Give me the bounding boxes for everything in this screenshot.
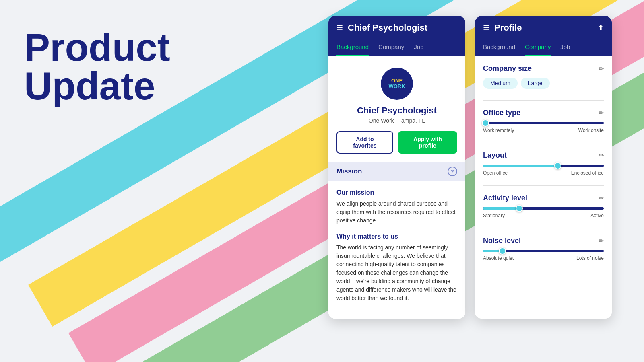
tab-company-profile[interactable]: Company	[525, 39, 551, 56]
noise-level-track	[483, 250, 604, 252]
apply-button[interactable]: Apply with profile	[398, 131, 457, 154]
office-type-track	[483, 122, 604, 124]
tag-medium[interactable]: Medium	[483, 78, 518, 89]
layout-labels: Open office Enclosed office	[483, 170, 604, 176]
tab-company-job[interactable]: Company	[378, 39, 404, 56]
activity-level-thumb[interactable]	[516, 205, 523, 212]
layout-label: Layout	[483, 151, 507, 160]
job-card: ☰ Chief Psychologist Background Company …	[328, 16, 465, 319]
divider-2	[483, 143, 604, 143]
noise-level-thumb[interactable]	[499, 247, 506, 255]
hero-title: Product Update	[24, 28, 170, 105]
tab-background-job[interactable]: Background	[336, 39, 369, 56]
job-card-header: ☰ Chief Psychologist	[328, 16, 465, 39]
tab-background-profile[interactable]: Background	[483, 39, 515, 56]
office-type-right-label: Work onsite	[578, 128, 604, 133]
profile-section: ONE WORK Chief Psychologist One Work · T…	[328, 56, 465, 162]
logo-work: WORK	[388, 84, 405, 89]
job-title: Chief Psychologist	[357, 105, 437, 116]
noise-level-left-label: Absolute quiet	[483, 255, 514, 261]
tag-large[interactable]: Large	[521, 78, 550, 89]
office-type-thumb[interactable]	[482, 119, 489, 127]
activity-level-left-label: Stationary	[483, 213, 505, 218]
profile-hamburger-icon[interactable]: ☰	[483, 23, 489, 32]
noise-level-right-label: Lots of noise	[576, 255, 604, 261]
layout-thumb[interactable]	[554, 162, 561, 169]
job-card-title: Chief Psychologist	[348, 23, 457, 33]
office-type-edit-icon[interactable]: ✏	[599, 109, 604, 117]
divider-4	[483, 228, 604, 228]
mission-section1-text: We align people around shared purpose an…	[336, 200, 457, 225]
share-icon[interactable]: ⬆	[598, 23, 604, 32]
layout-fill	[483, 165, 558, 167]
company-size-label: Company size	[483, 64, 532, 73]
profile-card: ☰ Profile ⬆ Background Company Job Compa…	[475, 16, 612, 319]
noise-level-edit-icon[interactable]: ✏	[599, 237, 604, 245]
add-favorites-button[interactable]: Add to favorites	[336, 131, 393, 154]
office-type-section: Office type ✏	[483, 109, 604, 117]
office-type-slider[interactable]: Work remotely Work onsite	[483, 122, 604, 133]
company-location: One Work · Tampa, FL	[369, 117, 425, 124]
mission-section2-text: The world is facing any number of seemin…	[336, 243, 457, 302]
mission-header: Mission ?	[328, 162, 465, 181]
company-size-section: Company size ✏	[483, 64, 604, 73]
activity-level-edit-icon[interactable]: ✏	[599, 194, 604, 202]
logo-one: ONE	[388, 78, 405, 84]
noise-level-section: Noise level ✏	[483, 237, 604, 245]
company-size-tags: Medium Large	[483, 78, 604, 89]
noise-level-slider[interactable]: Absolute quiet Lots of noise	[483, 250, 604, 261]
activity-level-labels: Stationary Active	[483, 213, 604, 218]
office-type-label: Office type	[483, 109, 520, 117]
layout-right-label: Enclosed office	[571, 170, 604, 176]
company-size-edit-icon[interactable]: ✏	[599, 65, 604, 72]
divider-1	[483, 100, 604, 101]
divider-3	[483, 185, 604, 186]
activity-level-section: Activity level ✏	[483, 194, 604, 202]
activity-level-slider[interactable]: Stationary Active	[483, 207, 604, 218]
mission-body: Our mission We align people around share…	[328, 181, 465, 319]
profile-card-body: Company size ✏ Medium Large Office type …	[475, 56, 612, 279]
layout-slider[interactable]: Open office Enclosed office	[483, 165, 604, 176]
activity-level-right-label: Active	[590, 213, 604, 218]
layout-section: Layout ✏	[483, 151, 604, 160]
cards-container: ☰ Chief Psychologist Background Company …	[328, 8, 612, 319]
profile-card-tabs: Background Company Job	[475, 39, 612, 56]
profile-actions: Add to favorites Apply with profile	[336, 131, 457, 154]
mission-section2-title: Why it matters to us	[336, 233, 457, 240]
job-card-body: ONE WORK Chief Psychologist One Work · T…	[328, 56, 465, 319]
company-logo: ONE WORK	[381, 68, 413, 100]
activity-level-fill	[483, 207, 519, 210]
help-icon[interactable]: ?	[448, 167, 457, 176]
job-card-tabs: Background Company Job	[328, 39, 465, 56]
tab-job-job[interactable]: Job	[414, 39, 423, 56]
layout-left-label: Open office	[483, 170, 508, 176]
layout-track	[483, 165, 604, 167]
profile-card-title: Profile	[494, 23, 593, 33]
tab-job-profile[interactable]: Job	[560, 39, 570, 56]
mission-section1-title: Our mission	[336, 189, 457, 196]
noise-level-label: Noise level	[483, 237, 521, 245]
mission-title: Mission	[336, 167, 362, 175]
hamburger-icon[interactable]: ☰	[336, 23, 343, 32]
layout-edit-icon[interactable]: ✏	[599, 152, 604, 159]
activity-level-label: Activity level	[483, 194, 527, 202]
office-type-labels: Work remotely Work onsite	[483, 128, 604, 133]
activity-level-track	[483, 207, 604, 210]
office-type-left-label: Work remotely	[483, 128, 514, 133]
hero-section: Product Update	[24, 28, 170, 105]
noise-level-labels: Absolute quiet Lots of noise	[483, 255, 604, 261]
profile-card-header: ☰ Profile ⬆	[475, 16, 612, 39]
